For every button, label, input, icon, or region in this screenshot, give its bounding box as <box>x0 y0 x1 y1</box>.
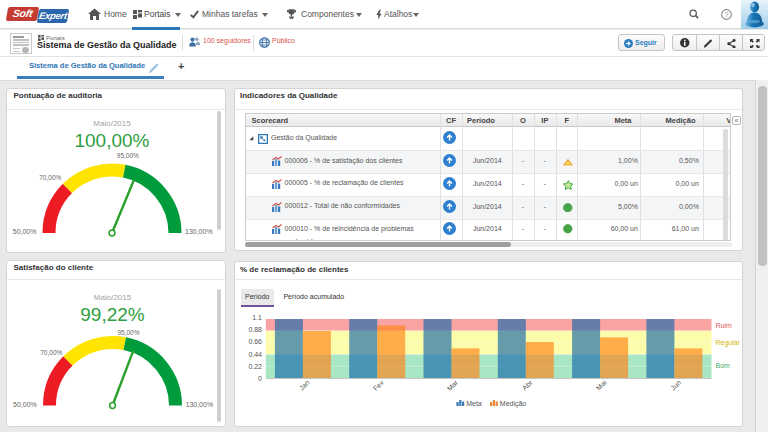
svg-text:Medição: Medição <box>500 400 527 408</box>
svg-text:Mar: Mar <box>446 378 460 392</box>
svg-text:0: 0 <box>258 375 262 382</box>
svg-text:Abr: Abr <box>521 378 534 391</box>
svg-text:1.1: 1.1 <box>252 314 262 321</box>
svg-text:Fev: Fev <box>372 378 386 392</box>
svg-text:Ruim: Ruim <box>716 322 733 329</box>
svg-text:0.44: 0.44 <box>248 351 262 358</box>
svg-text:Bom: Bom <box>716 362 731 369</box>
svg-text:0.66: 0.66 <box>248 338 262 345</box>
svg-text:Jun: Jun <box>669 379 682 392</box>
svg-text:0.22: 0.22 <box>248 363 262 370</box>
svg-text:Jan: Jan <box>298 379 311 392</box>
svg-text:Mai: Mai <box>595 378 608 391</box>
svg-text:Regular: Regular <box>716 339 741 347</box>
svg-text:?: ? <box>724 10 728 19</box>
svg-text:0.88: 0.88 <box>248 326 262 333</box>
svg-text:Meta: Meta <box>466 400 482 407</box>
